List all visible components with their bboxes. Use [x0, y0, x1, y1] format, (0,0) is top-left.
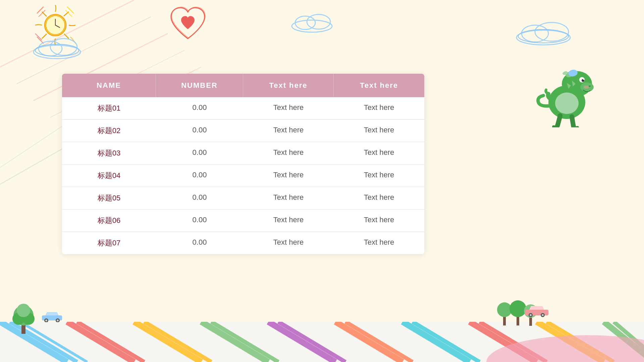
cell-name-2: 标题02 [62, 120, 156, 142]
heart-decoration [168, 5, 208, 47]
cell-col3-4: Text here [243, 165, 334, 187]
cell-number-4: 0.00 [156, 165, 243, 187]
cell-col3-3: Text here [243, 142, 334, 164]
cell-col4-7: Text here [334, 232, 424, 254]
data-table: NAME NUMBER Text here Text here 标题010.00… [62, 74, 424, 254]
svg-point-50 [583, 79, 584, 80]
svg-point-51 [589, 85, 591, 87]
svg-point-66 [45, 319, 47, 321]
svg-rect-75 [525, 310, 548, 315]
cell-col4-2: Text here [334, 120, 424, 142]
cell-number-3: 0.00 [156, 142, 243, 164]
svg-point-55 [555, 93, 579, 114]
cell-name-3: 标题03 [62, 142, 156, 164]
header-col4: Text here [334, 74, 424, 97]
car-decoration-left [40, 310, 64, 323]
cell-col3-6: Text here [243, 209, 334, 232]
svg-point-79 [542, 314, 544, 316]
cloud-right [510, 17, 577, 47]
cell-col4-1: Text here [334, 97, 424, 119]
table-header: NAME NUMBER Text here Text here [62, 74, 424, 97]
cell-number-6: 0.00 [156, 209, 243, 232]
table-row: 标题020.00Text hereText here [62, 120, 424, 142]
table-row: 标题060.00Text hereText here [62, 209, 424, 232]
cell-number-5: 0.00 [156, 187, 243, 209]
cell-col3-2: Text here [243, 120, 334, 142]
dino-character [533, 54, 600, 127]
svg-point-38 [292, 20, 332, 32]
cell-col4-3: Text here [334, 142, 424, 164]
svg-point-77 [530, 314, 532, 316]
svg-point-63 [17, 304, 30, 317]
svg-point-68 [57, 319, 59, 321]
cell-name-6: 标题06 [62, 209, 156, 232]
cell-number-2: 0.00 [156, 120, 243, 142]
cell-col3-7: Text here [243, 232, 334, 254]
header-number: NUMBER [156, 74, 243, 97]
cell-col4-4: Text here [334, 165, 424, 187]
table-row: 标题050.00Text hereText here [62, 187, 424, 209]
cell-name-1: 标题01 [62, 97, 156, 119]
table-row: 标题070.00Text hereText here [62, 232, 424, 254]
cell-name-5: 标题05 [62, 187, 156, 209]
cell-name-4: 标题04 [62, 165, 156, 187]
cell-col4-6: Text here [334, 209, 424, 232]
table-row: 标题040.00Text hereText here [62, 165, 424, 187]
bottom-decoration [0, 322, 644, 362]
table-row: 标题010.00Text hereText here [62, 97, 424, 120]
tree-decoration-left [10, 300, 37, 335]
cell-number-7: 0.00 [156, 232, 243, 254]
cloud-left [27, 34, 87, 60]
cell-col3-1: Text here [243, 97, 334, 119]
car-decoration-right [523, 304, 550, 318]
cell-col3-5: Text here [243, 187, 334, 209]
cell-name-7: 标题07 [62, 232, 156, 254]
cell-number-1: 0.00 [156, 97, 243, 119]
header-name: NAME [62, 74, 156, 97]
cloud-center [285, 10, 339, 34]
table-row: 标题030.00Text hereText here [62, 142, 424, 165]
svg-point-52 [584, 85, 589, 89]
cell-col4-5: Text here [334, 187, 424, 209]
svg-point-44 [518, 29, 569, 43]
header-col3: Text here [243, 74, 334, 97]
table-body: 标题010.00Text hereText here标题020.00Text h… [62, 97, 424, 254]
